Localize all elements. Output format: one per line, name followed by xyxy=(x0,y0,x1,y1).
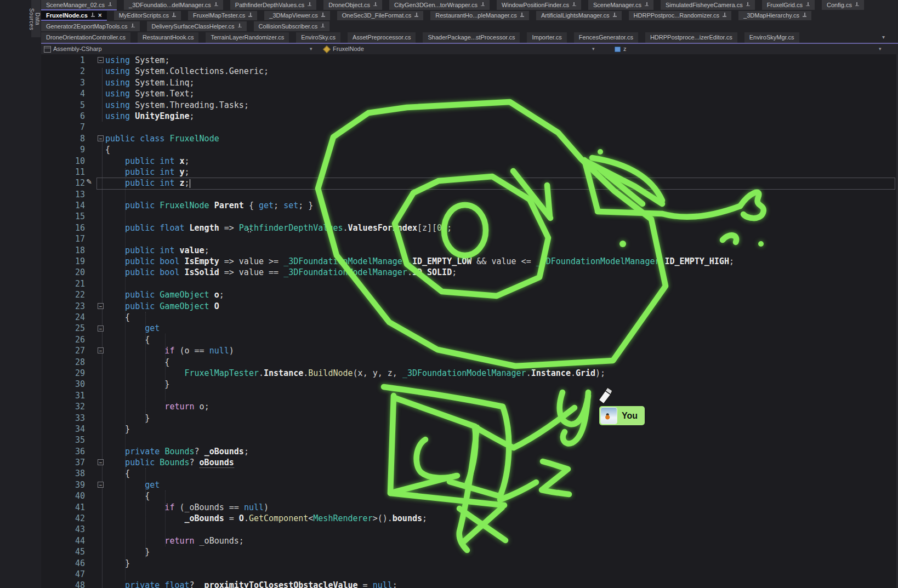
code-line[interactable]: 13 xyxy=(41,189,898,200)
tab-droneobject-cs[interactable]: DroneObject.cs xyxy=(323,0,382,10)
chevron-down-icon[interactable]: ▾ xyxy=(879,46,882,52)
code-line[interactable]: 28 { xyxy=(41,357,898,368)
code-line[interactable]: 44 return _oBounds; xyxy=(41,535,898,546)
code-line[interactable]: 42 _oBounds = O.GetComponent<MeshRendere… xyxy=(41,513,898,524)
pin-icon[interactable] xyxy=(645,2,649,8)
pin-icon[interactable] xyxy=(321,13,325,18)
pin-icon[interactable] xyxy=(572,2,576,8)
tab-terrainlayerrandomizer-cs[interactable]: TerrainLayerRandomizer.cs xyxy=(206,32,289,43)
code-line[interactable]: 16 public float Length => PathfinderDept… xyxy=(41,222,898,233)
tab-droneorientationcontroller-cs[interactable]: DroneOrientationController.cs xyxy=(41,32,130,43)
breadcrumb-type[interactable]: FruxelNode xyxy=(333,45,364,52)
tab-shaderpackage-stprocessor-cs[interactable]: ShaderPackage...stProcessor.cs xyxy=(423,32,520,43)
tab--3dmapviewer-cs[interactable]: _3DMapViewer.cs xyxy=(264,11,329,21)
code-line[interactable]: 27 if (o == null) xyxy=(41,345,898,356)
tab-overflow-icon[interactable]: ▾ xyxy=(882,34,885,40)
chevron-down-icon[interactable]: ▾ xyxy=(592,46,595,52)
code-line[interactable]: 30 } xyxy=(41,379,898,390)
tab-myeditorscripts-cs[interactable]: MyEditorScripts.cs xyxy=(114,11,181,21)
tab-deliverysurfaceclasshelper-cs[interactable]: DeliverySurfaceClassHelper.cs xyxy=(147,21,247,31)
code-line[interactable]: 38 { xyxy=(41,468,898,479)
code-line[interactable]: 3using System.Linq; xyxy=(41,77,898,88)
tab-assetpreprocessor-cs[interactable]: AssetPreprocessor.cs xyxy=(348,32,416,43)
fold-collapse-icon[interactable]: − xyxy=(98,482,104,488)
pin-icon[interactable] xyxy=(108,2,112,8)
fold-collapse-icon[interactable]: − xyxy=(98,135,104,141)
tab-scenemanager-02-cs[interactable]: SceneManager_02.cs xyxy=(41,0,117,10)
code-line[interactable]: 21 xyxy=(41,278,898,289)
fold-collapse-icon[interactable]: − xyxy=(98,303,104,309)
tab-fruxelmaptester-cs[interactable]: FruxelMapTester.cs xyxy=(188,11,257,21)
close-icon[interactable]: × xyxy=(98,13,102,18)
code-line[interactable]: 36 private Bounds? _oBounds; xyxy=(41,446,898,457)
pin-icon[interactable] xyxy=(806,2,810,8)
pin-icon[interactable] xyxy=(803,13,806,18)
code-line[interactable]: 47 xyxy=(41,569,898,580)
code-line[interactable]: 46 } xyxy=(41,558,898,569)
pin-icon[interactable] xyxy=(321,24,325,29)
code-line[interactable]: 31 xyxy=(41,390,898,401)
code-line[interactable]: 1using System; xyxy=(41,55,898,66)
data-sources-vertical-tab[interactable]: Data Sources xyxy=(31,0,41,37)
pin-icon[interactable] xyxy=(131,24,135,29)
code-line[interactable]: 8public class FruxelNode xyxy=(41,133,898,144)
tab--3dmaphierarchy-cs[interactable]: _3DMapHierarchy.cs xyxy=(738,11,811,21)
code-line[interactable]: 26 { xyxy=(41,334,898,345)
tab-onesec3d-fileformat-cs[interactable]: OneSec3D_FileFormat.cs xyxy=(337,11,424,21)
code-line[interactable]: 11 public int y; xyxy=(41,167,898,178)
code-line[interactable]: 33 } xyxy=(41,413,898,424)
tab-simulatedfisheyecamera-cs[interactable]: SimulatedFisheyeCamera.cs xyxy=(661,0,755,10)
code-line[interactable]: 4using System.Text; xyxy=(41,88,898,99)
pin-icon[interactable] xyxy=(248,13,252,18)
tab-hdrppostproce-izereditor-cs[interactable]: HDRPPostproce...izerEditor.cs xyxy=(645,32,737,43)
tab-restauranthook-cs[interactable]: RestaurantHook.cs xyxy=(138,32,199,43)
tab-restaurantho-plemanager-cs[interactable]: RestaurantHo...pleManager.cs xyxy=(430,11,529,21)
code-editor[interactable]: 1using System;2using System.Collections.… xyxy=(41,54,898,588)
code-line[interactable]: 20 public bool IsSolid => value == _3DFo… xyxy=(41,267,898,278)
pin-icon[interactable] xyxy=(613,13,617,18)
code-line[interactable]: 14 public FruxelNode Parent { get; set; … xyxy=(41,200,898,211)
pin-icon[interactable] xyxy=(723,13,726,18)
breadcrumb-member[interactable]: z xyxy=(623,45,627,52)
code-line[interactable]: 25 get xyxy=(41,323,898,334)
tab-fruxelgrid-cs[interactable]: FruxelGrid.cs xyxy=(762,0,815,10)
code-line[interactable]: 39 get xyxy=(41,479,898,490)
pin-icon[interactable] xyxy=(520,13,524,18)
tab-hdrppostproc-randomizer-cs[interactable]: HDRPPostproc...Randomizer.cs xyxy=(629,11,732,21)
code-line[interactable]: 29 FruxelMapTester.Instance.BuildNode(x,… xyxy=(41,368,898,379)
fold-collapse-icon[interactable]: − xyxy=(98,326,104,332)
tab-scenemanager-cs[interactable]: SceneManager.cs xyxy=(588,0,653,10)
fold-collapse-icon[interactable]: − xyxy=(98,347,104,353)
code-line[interactable]: 19 public bool IsEmpty => value >= _3DFo… xyxy=(41,256,898,267)
code-line[interactable]: 41 if (_oBounds == null) xyxy=(41,502,898,513)
tab-windowpositionfinder-cs[interactable]: WindowPositionFinder.cs xyxy=(497,0,581,10)
code-line[interactable]: 5using System.Threading.Tasks; xyxy=(41,100,898,111)
tab-enviroskymgr-cs[interactable]: EnviroSkyMgr.cs xyxy=(744,32,799,43)
code-line[interactable]: 40 { xyxy=(41,490,898,501)
tab-envirosky-cs[interactable]: EnviroSky.cs xyxy=(296,32,340,43)
code-line[interactable]: 12 public int z; xyxy=(41,178,898,189)
pin-icon[interactable] xyxy=(91,13,95,18)
code-line[interactable]: 48 private float? _proximityToClosestObs… xyxy=(41,580,898,588)
tab-fruxelnode-cs[interactable]: FruxelNode.cs× xyxy=(41,11,107,21)
tab-fencesgenerator-cs[interactable]: FencesGenerator.cs xyxy=(574,32,638,43)
tab-artificiallightsmanager-cs[interactable]: ArtificialLightsManager.cs xyxy=(536,11,622,21)
tab--3dfoundatio-delmanager-cs[interactable]: _3DFoundatio...delManager.cs xyxy=(124,0,223,10)
code-line[interactable]: 10 public int x; xyxy=(41,156,898,167)
tab-collisionsubscriber-cs[interactable]: CollisionSubscriber.cs xyxy=(254,21,330,31)
code-line[interactable]: 34 } xyxy=(41,424,898,435)
code-line[interactable]: 6using UnityEngine; xyxy=(41,111,898,122)
pin-icon[interactable] xyxy=(308,2,311,8)
pin-icon[interactable] xyxy=(481,2,485,8)
code-line[interactable]: 43 xyxy=(41,524,898,535)
tab-pathfinderdepthvalues-cs[interactable]: PathfinderDepthValues.cs xyxy=(230,0,316,10)
code-line[interactable]: 22 public GameObject o; xyxy=(41,289,898,300)
code-line[interactable]: 24 { xyxy=(41,312,898,323)
code-line[interactable]: 17 xyxy=(41,233,898,244)
pin-icon[interactable] xyxy=(373,2,377,8)
code-line[interactable]: 45 } xyxy=(41,546,898,557)
code-line[interactable]: 2using System.Collections.Generic; xyxy=(41,66,898,77)
code-line[interactable]: 15 xyxy=(41,211,898,222)
tab-config-cs[interactable]: Config.cs xyxy=(822,0,864,10)
pin-icon[interactable] xyxy=(214,2,218,8)
